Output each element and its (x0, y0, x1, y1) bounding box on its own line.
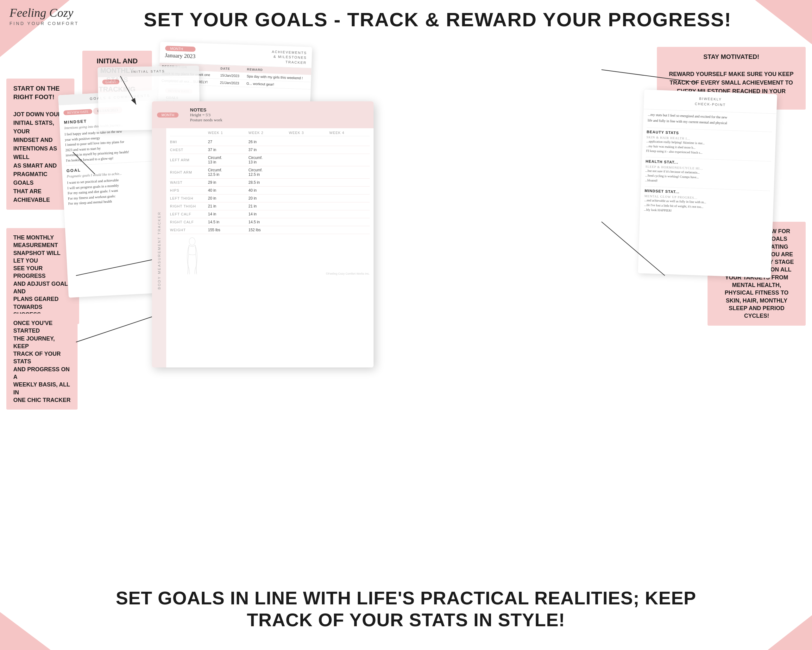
achieve-month-value: January 2023 (165, 52, 195, 60)
chest-row: CHEST 37 in 37 in (170, 146, 370, 154)
notes-line2: Posture needs work (190, 118, 363, 122)
right-calf-row: RIGHT CALF 14.5 in 14.5 in (170, 218, 370, 226)
sidebar-text: BODY MEASUREMENT TRACKER (157, 211, 161, 289)
body-figure-area: ©Feeling Cozy Comfort Works Inc. (170, 237, 370, 275)
body-card-header: MONTH NOTES Height = 5'3 Posture needs w… (152, 101, 374, 128)
copyright: ©Feeling Cozy Comfort Works Inc. (326, 272, 370, 275)
mindset-section: MINDSET STAT... MENTAL GLOW UP PROGRES..… (644, 186, 770, 218)
review-date-label: REVIEW DATE (63, 109, 92, 115)
hips-row: HIPS 40 in 40 in (170, 187, 370, 194)
once-started-box: ONCE YOU'VE STARTEDTHE JOURNEY, KEEPTRAC… (6, 314, 78, 410)
body-measurement-card: MONTH NOTES Height = 5'3 Posture needs w… (152, 101, 374, 367)
weeks-header: WEEK 1 WEEK 2 WEEK 3 WEEK 4 (170, 131, 370, 136)
week4-header: WEEK 4 (329, 131, 370, 135)
svg-point-7 (189, 237, 195, 245)
body-card-content: BODY MEASUREMENT TRACKER WEEK 1 WEEK 2 W… (152, 128, 374, 367)
week1-header: WEEK 1 (208, 131, 249, 135)
logo: Feeling Cozy FIND YOUR COMFORT (9, 6, 79, 26)
beauty-section: BEAUTY STATS SKIN & HAIR HEALTH I... ...… (646, 127, 772, 159)
body-table-area: WEEK 1 WEEK 2 WEEK 3 WEEK 4 BMI 27 26 in… (166, 128, 374, 367)
svg-line-3 (76, 317, 152, 342)
main-headline: SET YOUR GOALS - TRACK & REWARD YOUR PRO… (89, 9, 787, 31)
body-month-pill: MONTH (157, 112, 179, 118)
biweekly-card: BIWEEKLY CHECK-POINT ...my stats but I f… (638, 90, 777, 278)
body-sidebar: BODY MEASUREMENT TRACKER (152, 128, 166, 367)
notes-line1: Height = 5'3 (190, 112, 363, 118)
right-arm-row: RIGHT ARM Circumf.12.5 in Circumf.12.5 i… (170, 166, 370, 179)
notes-title: NOTES (190, 107, 363, 112)
achieve-title: ACHIEVEMENTS & MILESTONES TRACKER (271, 49, 307, 65)
logo-tagline: FIND YOUR COMFORT (9, 21, 79, 26)
col-date: DATE (218, 65, 244, 73)
left-arm-row: LEFT ARM Circumf.13 in Circumf.13 in (170, 154, 370, 166)
logo-script: Feeling Cozy (9, 6, 79, 20)
body-figure-svg (173, 237, 211, 275)
bottom-headline: SET GOALS IN LINE WITH LIFE'S PRACTICAL … (0, 587, 812, 631)
initial-stats-body: CHEST (98, 75, 200, 89)
left-thigh-row: LEFT THIGH 20 in 20 in (170, 194, 370, 202)
weight-row: WEIGHT 155 lbs 152 lbs (170, 226, 370, 234)
achieve-month-label: MONTH (165, 46, 195, 52)
waist-row: WAIST 29 in 28.5 in (170, 179, 370, 187)
week3-header: WEEK 3 (289, 131, 330, 135)
body-notes: NOTES Height = 5'3 Posture needs work (185, 104, 368, 126)
right-thigh-row: RIGHT THIGH 21 in 21 in (170, 202, 370, 210)
week2-header: WEEK 2 (249, 131, 289, 135)
bmi-row: BMI 27 26 in (170, 138, 370, 146)
left-calf-row: LEFT CALF 14 in 14 in (170, 210, 370, 218)
health-section: HEALTH STAT... SLEEP & HORMONES/CYCLE HI… (645, 157, 771, 189)
